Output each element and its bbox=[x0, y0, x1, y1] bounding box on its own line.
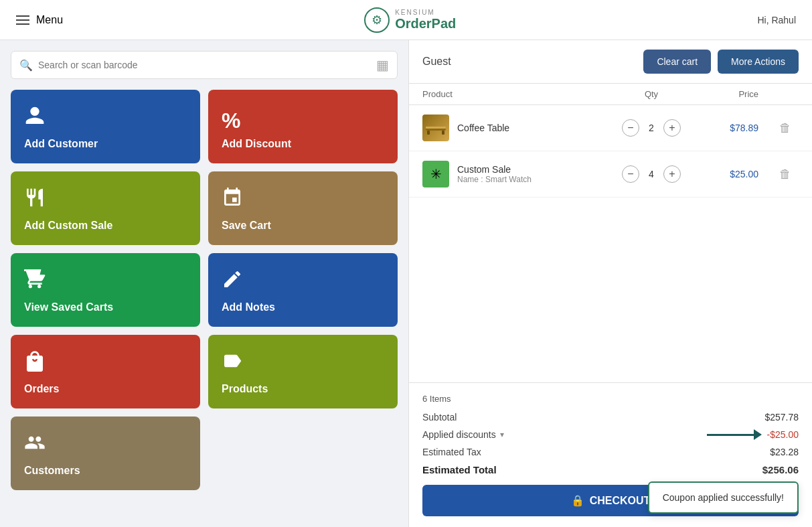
items-count: 6 Items bbox=[422, 394, 799, 404]
estimated-tax-value: $23.28 bbox=[770, 447, 799, 457]
tile-add-discount-label: Add Discount bbox=[222, 138, 384, 150]
add-customer-icon bbox=[24, 105, 187, 131]
tile-products-label: Products bbox=[222, 383, 384, 395]
tile-customers[interactable]: Customers bbox=[11, 417, 200, 490]
add-custom-sale-icon bbox=[24, 187, 187, 213]
orders-icon bbox=[24, 350, 187, 376]
cart-spacer bbox=[409, 198, 812, 382]
applied-discounts-value: -$25.00 bbox=[767, 429, 799, 440]
col-product: Product bbox=[422, 89, 611, 99]
qty-decrease-custom-sale[interactable]: − bbox=[622, 165, 639, 183]
search-bar[interactable]: 🔍 ▦ bbox=[11, 51, 398, 79]
item-name-custom-sale: Custom Sale bbox=[457, 164, 532, 175]
subtotal-value: $257.78 bbox=[764, 412, 799, 423]
cart-table-header: Product Qty Price bbox=[409, 84, 812, 105]
item-name-coffee-table: Coffee Table bbox=[457, 123, 509, 133]
tile-view-saved-carts-label: View Saved Carts bbox=[24, 301, 187, 313]
cart-guest-label: Guest bbox=[422, 56, 451, 68]
item-price-coffee-table: $78.89 bbox=[692, 123, 772, 133]
search-input[interactable] bbox=[38, 60, 376, 70]
tile-customers-label: Customers bbox=[24, 465, 187, 477]
qty-value-custom-sale: 4 bbox=[645, 169, 658, 179]
lock-icon: 🔒 bbox=[571, 494, 584, 507]
estimated-total-value: $256.06 bbox=[762, 464, 799, 475]
customers-icon bbox=[24, 432, 187, 458]
delete-coffee-table-button[interactable]: 🗑 bbox=[772, 121, 799, 135]
toast-message: Coupon applied successfully! bbox=[663, 492, 784, 503]
action-grid: Add Customer % Add Discount Add Custom S… bbox=[11, 90, 398, 490]
subtotal-label: Subtotal bbox=[422, 412, 457, 423]
col-qty: Qty bbox=[611, 89, 692, 99]
qty-decrease-coffee-table[interactable]: − bbox=[622, 119, 639, 137]
menu-toggle[interactable]: Menu bbox=[16, 14, 63, 26]
item-price-custom-sale: $25.00 bbox=[692, 169, 772, 179]
tile-orders-label: Orders bbox=[24, 383, 187, 395]
qty-control-coffee-table: − 2 + bbox=[611, 119, 692, 137]
item-info-coffee-table: Coffee Table bbox=[422, 115, 611, 141]
applied-discounts-row: Applied discounts ▾ -$25.00 bbox=[422, 429, 799, 440]
estimated-tax-row: Estimated Tax $23.28 bbox=[422, 447, 799, 457]
app-header: Menu ⚙ KENSIUM OrderPad Hi, Rahul bbox=[0, 0, 812, 40]
checkout-label: CHECKOUT bbox=[590, 495, 651, 507]
add-notes-icon bbox=[222, 269, 384, 295]
main-layout: 🔍 ▦ Add Customer % Add Discount Add Cust… bbox=[0, 40, 812, 527]
qty-increase-custom-sale[interactable]: + bbox=[663, 165, 681, 183]
tile-save-cart-label: Save Cart bbox=[222, 220, 384, 232]
chevron-down-icon: ▾ bbox=[500, 430, 504, 439]
tile-orders[interactable]: Orders bbox=[11, 335, 200, 408]
svg-rect-3 bbox=[426, 127, 446, 129]
tile-add-discount[interactable]: % Add Discount bbox=[208, 90, 398, 163]
tile-products[interactable]: Products bbox=[208, 335, 398, 408]
user-greeting: Hi, Rahul bbox=[757, 15, 796, 25]
discount-arrow bbox=[707, 429, 762, 440]
tile-view-saved-carts[interactable]: View Saved Carts bbox=[11, 253, 200, 327]
svg-rect-2 bbox=[442, 131, 444, 135]
col-price: Price bbox=[692, 89, 772, 99]
estimated-total-row: Estimated Total $256.06 bbox=[422, 464, 799, 475]
clear-cart-button[interactable]: Clear cart bbox=[643, 50, 711, 74]
applied-discounts-label-group: Applied discounts ▾ bbox=[422, 429, 504, 440]
cart-item-coffee-table: Coffee Table − 2 + $78.89 🗑 bbox=[409, 105, 812, 151]
tile-save-cart[interactable]: Save Cart bbox=[208, 171, 398, 245]
svg-rect-1 bbox=[427, 131, 430, 135]
cart-item-custom-sale: ✳ Custom Sale Name : Smart Watch − 4 + $… bbox=[409, 151, 812, 198]
logo: ⚙ KENSIUM OrderPad bbox=[364, 7, 456, 33]
qty-control-custom-sale: − 4 + bbox=[611, 165, 692, 183]
estimated-tax-label: Estimated Tax bbox=[422, 447, 481, 457]
delete-custom-sale-button[interactable]: 🗑 bbox=[772, 167, 799, 181]
item-subname-custom-sale: Name : Smart Watch bbox=[457, 175, 532, 184]
item-info-custom-sale: ✳ Custom Sale Name : Smart Watch bbox=[422, 161, 611, 187]
left-panel: 🔍 ▦ Add Customer % Add Discount Add Cust… bbox=[0, 40, 408, 527]
hamburger-icon bbox=[16, 15, 29, 25]
qty-increase-coffee-table[interactable]: + bbox=[663, 119, 681, 137]
save-cart-icon bbox=[222, 187, 384, 213]
estimated-total-label: Estimated Total bbox=[422, 464, 497, 475]
tile-add-custom-sale[interactable]: Add Custom Sale bbox=[11, 171, 200, 245]
barcode-icon: ▦ bbox=[376, 57, 389, 73]
add-discount-icon: % bbox=[222, 110, 384, 131]
logo-icon: ⚙ bbox=[364, 7, 390, 33]
logo-orderpad: OrderPad bbox=[395, 16, 456, 31]
right-panel: Guest Clear cart More Actions Product Qt… bbox=[408, 40, 812, 527]
tile-add-notes[interactable]: Add Notes bbox=[208, 253, 398, 327]
tile-add-custom-sale-label: Add Custom Sale bbox=[24, 220, 187, 232]
arrow-head-icon bbox=[754, 429, 762, 440]
view-saved-carts-icon bbox=[24, 269, 187, 295]
search-icon: 🔍 bbox=[19, 59, 33, 72]
toast-notification: Coupon applied successfully! bbox=[648, 481, 799, 514]
cart-header: Guest Clear cart More Actions bbox=[409, 40, 812, 84]
qty-value-coffee-table: 2 bbox=[645, 123, 658, 133]
menu-label: Menu bbox=[36, 14, 63, 26]
logo-kensium: KENSIUM bbox=[395, 9, 456, 16]
tile-add-customer[interactable]: Add Customer bbox=[11, 90, 200, 163]
cart-actions: Clear cart More Actions bbox=[643, 50, 799, 74]
arrow-line bbox=[707, 434, 754, 436]
applied-discounts-label: Applied discounts bbox=[422, 429, 496, 440]
subtotal-row: Subtotal $257.78 bbox=[422, 412, 799, 423]
products-icon bbox=[222, 350, 384, 376]
item-thumb-custom-sale: ✳ bbox=[422, 161, 449, 187]
logo-text: KENSIUM OrderPad bbox=[395, 9, 456, 31]
more-actions-button[interactable]: More Actions bbox=[718, 50, 799, 74]
tile-add-notes-label: Add Notes bbox=[222, 301, 384, 313]
tile-add-customer-label: Add Customer bbox=[24, 138, 187, 150]
